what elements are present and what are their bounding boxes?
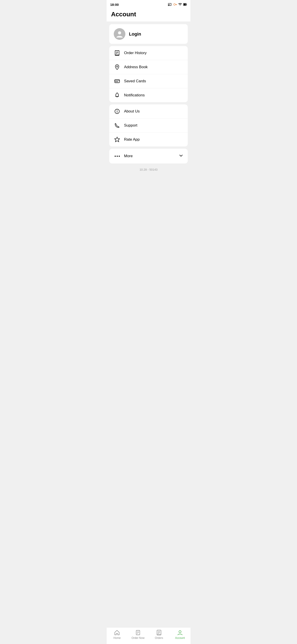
menu-section-1: Order History Address Book (109, 46, 188, 102)
address-book-item[interactable]: Address Book (109, 60, 188, 74)
menu-section-2: About Us Support Rate App (109, 104, 188, 146)
wifi-icon (178, 3, 182, 6)
nav-account[interactable]: Account (169, 630, 190, 640)
login-button[interactable]: Login (109, 24, 188, 44)
avatar-icon (114, 28, 125, 40)
phone-icon (114, 122, 120, 129)
status-time: 18:00 (110, 3, 119, 6)
notifications-item[interactable]: Notifications (109, 88, 188, 102)
nav-order-now[interactable]: Order Now (128, 630, 149, 640)
nav-orders[interactable]: Orders (149, 630, 170, 640)
rate-app-item[interactable]: Rate App (109, 132, 188, 146)
receipt-icon (114, 50, 120, 56)
version-text: 10.28 - 50143 (109, 166, 188, 172)
rate-app-label: Rate App (124, 137, 140, 142)
login-card: Login (109, 24, 188, 44)
content: Login Order History (107, 22, 190, 197)
address-book-label: Address Book (124, 65, 148, 69)
order-history-label: Order History (124, 51, 147, 55)
orders-icon (156, 630, 162, 636)
key-icon (173, 3, 177, 6)
order-now-icon (135, 630, 141, 636)
bottom-nav: Home Order Now Orders (107, 627, 190, 644)
home-icon (114, 630, 120, 636)
svg-rect-17 (115, 82, 117, 82)
page-title: Account (107, 8, 190, 22)
nav-account-label: Account (175, 636, 185, 640)
more-dots-icon (114, 153, 120, 160)
card-icon (114, 78, 120, 84)
svg-point-9 (118, 31, 121, 34)
cast-icon (168, 3, 172, 6)
more-item[interactable]: More (109, 149, 188, 164)
support-label: Support (124, 123, 137, 128)
location-icon (114, 64, 120, 70)
more-card: More (109, 149, 188, 164)
svg-point-14 (116, 66, 118, 67)
bell-icon (114, 92, 120, 98)
notifications-label: Notifications (124, 93, 145, 98)
account-icon (177, 630, 183, 636)
info-icon (114, 108, 120, 115)
nav-order-now-label: Order Now (132, 636, 145, 640)
about-us-item[interactable]: About Us (109, 104, 188, 118)
chevron-down-icon (179, 154, 183, 159)
saved-cards-item[interactable]: Saved Cards (109, 74, 188, 88)
svg-point-2 (174, 4, 175, 5)
star-icon (114, 136, 120, 143)
battery-icon (183, 3, 187, 6)
saved-cards-label: Saved Cards (124, 79, 146, 84)
more-left: More (114, 153, 133, 160)
order-history-item[interactable]: Order History (109, 46, 188, 60)
svg-point-33 (179, 630, 181, 633)
svg-point-22 (117, 110, 117, 110)
svg-marker-24 (115, 137, 120, 142)
login-label: Login (129, 32, 141, 37)
svg-rect-8 (184, 4, 186, 5)
nav-home[interactable]: Home (107, 630, 128, 640)
svg-rect-7 (186, 4, 187, 5)
nav-orders-label: Orders (155, 636, 163, 640)
about-us-label: About Us (124, 109, 140, 114)
support-item[interactable]: Support (109, 118, 188, 132)
status-bar: 18:00 (107, 0, 190, 8)
nav-home-label: Home (113, 636, 121, 640)
status-icons (168, 3, 187, 6)
svg-rect-15 (115, 80, 120, 83)
more-label: More (124, 154, 133, 158)
svg-rect-18 (117, 82, 118, 82)
